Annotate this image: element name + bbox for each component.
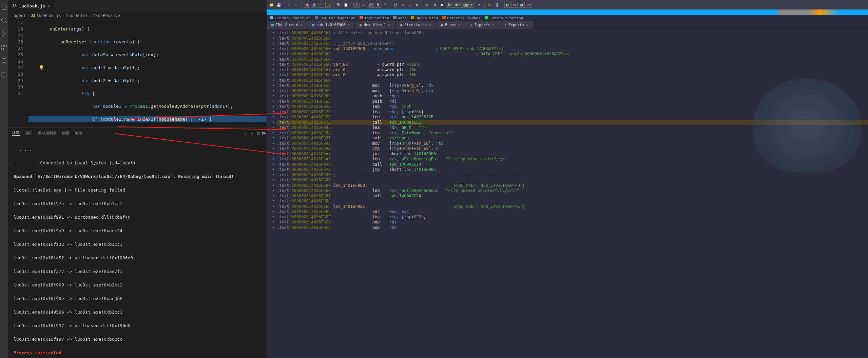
- svg-point-0: [2, 18, 6, 22]
- debug-icon[interactable]: [0, 30, 8, 38]
- tab-hex[interactable]: ◉Hex View-1⊠: [355, 21, 396, 29]
- dropdown-icon[interactable]: ▾: [476, 2, 482, 8]
- tool-n[interactable]: N: [375, 2, 381, 8]
- tool-opt1[interactable]: ◧: [504, 2, 510, 8]
- tab-problems[interactable]: 问题: [62, 131, 70, 136]
- lightbulb-icon[interactable]: 💡: [39, 64, 44, 71]
- tab-filename: luoHook.js: [19, 3, 45, 8]
- line-gutter: 7 16 22 23 24 25 26 💡27 28 29 30 31: [8, 19, 28, 127]
- debugger-dropdown[interactable]: No debugger: [446, 2, 475, 8]
- svg-rect-2: [2, 45, 4, 47]
- tool-opt2[interactable]: ⊞: [512, 2, 518, 8]
- tab-terminal[interactable]: 终端: [12, 130, 20, 136]
- search-icon[interactable]: 🔍: [336, 2, 342, 8]
- ida-navigation-band[interactable]: [267, 9, 868, 15]
- svg-rect-4: [2, 48, 4, 50]
- js-file-icon: JS: [12, 4, 17, 8]
- tool-star[interactable]: ✦: [361, 2, 367, 8]
- stop-icon[interactable]: ⏹: [439, 2, 445, 8]
- run-icon[interactable]: ▶: [424, 2, 430, 8]
- forward-icon[interactable]: →: [293, 2, 300, 8]
- tool-h[interactable]: 凸: [392, 2, 399, 8]
- tab-sub[interactable]: ▦sub_14016F960⊠: [307, 21, 355, 29]
- tool-opt3[interactable]: ◨: [519, 2, 525, 8]
- tool-opt4[interactable]: ⊟: [526, 2, 532, 8]
- terminal-dropdown-icon[interactable]: ⌄: [251, 131, 253, 135]
- vscode-activity-bar: [0, 0, 8, 358]
- close-icon[interactable]: ×: [47, 3, 50, 8]
- back-icon[interactable]: ←: [286, 2, 292, 8]
- tab-exports[interactable]: ⇧Exports⊠: [499, 21, 533, 29]
- tool-a2[interactable]: A: [353, 2, 360, 8]
- files-icon[interactable]: [0, 3, 8, 11]
- tool-text[interactable]: 📋: [343, 2, 349, 8]
- tool-d[interactable]: 曲: [325, 2, 331, 8]
- step-over-icon[interactable]: ℥: [494, 2, 500, 8]
- tab-structures[interactable]: ▣Structures⊠: [396, 21, 436, 29]
- project-icon[interactable]: [0, 71, 8, 79]
- ida-disassembly[interactable]: •.text:000000014016F960 ; Attributes: bp…: [267, 29, 868, 358]
- tool-x[interactable]: ✖: [400, 2, 406, 8]
- tool-b[interactable]: 曲: [311, 2, 317, 8]
- open-icon[interactable]: 📁: [269, 2, 275, 8]
- extensions-icon[interactable]: [0, 43, 8, 52]
- tool-f[interactable]: f: [382, 2, 388, 8]
- tab-ida-view[interactable]: ▦IDA View-A⊠: [267, 21, 307, 29]
- search-icon[interactable]: [0, 16, 8, 24]
- tool-c[interactable]: t: [318, 2, 324, 8]
- tab-output[interactable]: 输出: [75, 131, 82, 136]
- tool-d2[interactable]: ✓: [407, 2, 413, 8]
- tab-enums[interactable]: ▣Enums⊠: [436, 21, 465, 29]
- bookmark-icon[interactable]: [0, 57, 8, 65]
- tool-s[interactable]: 凸: [368, 2, 374, 8]
- tab-ports[interactable]: 端口: [25, 131, 33, 136]
- ida-view-tabs: ▦IDA View-A⊠ ▦sub_14016F960⊠ ◉Hex View-1…: [267, 21, 868, 29]
- editor-tab-luohook[interactable]: JS luoHook.js ×: [8, 0, 54, 12]
- ida-pro-window: 📁 💾 ← → 曲 曲 t 曲 🔍 📋 A ✦ 凸 N f 凸 ✖ ✓ ⇅ ▶: [267, 0, 868, 358]
- tab-debug-console[interactable]: 调试控制台: [38, 131, 57, 136]
- tool-a[interactable]: 曲: [304, 2, 310, 8]
- ida-legend: Library function Regular function Instru…: [267, 15, 868, 21]
- pause-icon[interactable]: ⏸: [431, 2, 438, 8]
- tool-wand[interactable]: ⇅: [414, 2, 420, 8]
- tab-imports[interactable]: ⇩Imports⊠: [465, 21, 499, 29]
- svg-marker-1: [2, 32, 6, 37]
- ida-toolbar: 📁 💾 ← → 曲 曲 t 曲 🔍 📋 A ✦ 凸 N f 凸 ✖ ✓ ⇅ ▶: [267, 0, 868, 9]
- save-icon[interactable]: 💾: [276, 2, 282, 8]
- step-icon[interactable]: t↓: [487, 2, 493, 8]
- svg-rect-3: [5, 45, 7, 47]
- new-terminal-icon[interactable]: +: [245, 131, 247, 135]
